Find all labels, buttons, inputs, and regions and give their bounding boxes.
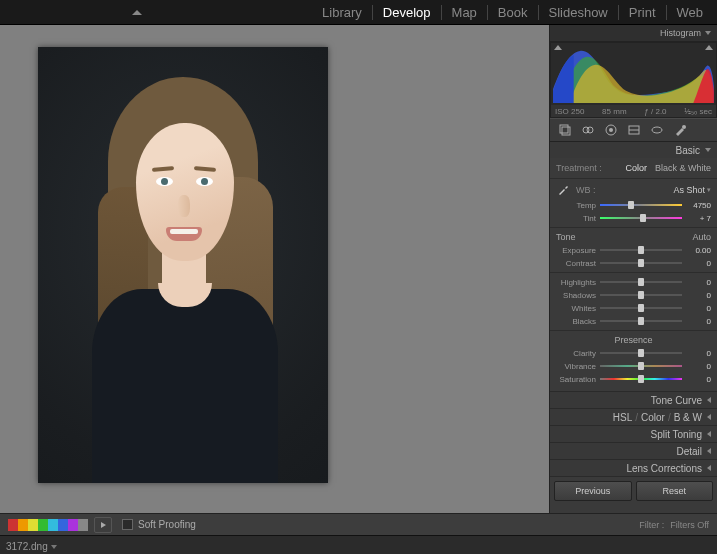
chevron-left-icon	[707, 414, 711, 420]
treatment-row: Treatment : Color Black & White	[556, 161, 711, 175]
crop-tool[interactable]	[556, 122, 574, 138]
saturation-slider[interactable]	[600, 375, 682, 383]
highlights-slider[interactable]	[600, 278, 682, 286]
whites-slider[interactable]	[600, 304, 682, 312]
tonecurve-panel-header[interactable]: Tone Curve	[550, 392, 717, 408]
module-library[interactable]: Library	[312, 5, 373, 20]
photo-preview[interactable]	[38, 47, 328, 483]
chevron-left-icon	[707, 465, 711, 471]
chevron-left-icon	[707, 397, 711, 403]
color-label-swatches[interactable]	[8, 519, 88, 531]
wb-dropper-tool[interactable]	[556, 183, 570, 197]
svg-point-2	[583, 127, 589, 133]
treatment-bw[interactable]: Black & White	[655, 163, 711, 173]
wb-preset-select[interactable]: As Shot▾	[602, 185, 712, 195]
play-button[interactable]	[94, 517, 112, 533]
identity-plate-indicator	[132, 10, 142, 15]
histogram-header[interactable]: Histogram	[550, 25, 717, 42]
softproof-label: Soft Proofing	[138, 519, 196, 530]
module-slideshow[interactable]: Slideshow	[539, 5, 619, 20]
splittoning-panel-header[interactable]: Split Toning	[550, 426, 717, 442]
svg-point-8	[652, 127, 662, 133]
contrast-slider[interactable]	[600, 259, 682, 267]
filmstrip-header: 3172.dng	[0, 535, 717, 554]
basic-panel: Basic Treatment : Color Black & White WB…	[550, 142, 717, 392]
basic-panel-header[interactable]: Basic	[550, 142, 717, 158]
tone-label: Tone	[556, 232, 576, 242]
detail-panel-header[interactable]: Detail	[550, 443, 717, 459]
blacks-slider[interactable]	[600, 317, 682, 325]
clarity-slider[interactable]	[600, 349, 682, 357]
chevron-left-icon	[707, 448, 711, 454]
histogram[interactable]: ISO 250 85 mm ƒ / 2.0 ¹⁄₂₅₀ sec	[550, 42, 717, 118]
temp-slider[interactable]	[600, 201, 682, 209]
svg-rect-0	[560, 125, 568, 133]
exposure-slider[interactable]	[600, 246, 682, 254]
module-book[interactable]: Book	[488, 5, 539, 20]
svg-point-4	[606, 125, 616, 135]
tint-slider[interactable]	[600, 214, 682, 222]
module-develop[interactable]: Develop	[373, 5, 442, 20]
chevron-left-icon	[707, 431, 711, 437]
presence-label: Presence	[614, 335, 652, 345]
radial-filter-tool[interactable]	[648, 122, 666, 138]
svg-rect-1	[562, 127, 570, 135]
module-map[interactable]: Map	[442, 5, 488, 20]
vibrance-slider[interactable]	[600, 362, 682, 370]
module-picker-bar: Library Develop Map Book Slideshow Print…	[0, 0, 717, 25]
graduated-filter-tool[interactable]	[625, 122, 643, 138]
exif-strip: ISO 250 85 mm ƒ / 2.0 ¹⁄₂₅₀ sec	[551, 105, 716, 117]
filename-label: 3172.dng	[6, 541, 48, 552]
lenscorr-panel-header[interactable]: Lens Corrections	[550, 460, 717, 476]
chevron-down-icon	[51, 545, 57, 549]
hsl-panel-header[interactable]: HSL/Color/B & W	[550, 409, 717, 425]
tool-strip	[550, 118, 717, 142]
svg-rect-6	[629, 126, 639, 134]
previous-button[interactable]: Previous	[554, 481, 632, 501]
svg-point-3	[587, 127, 593, 133]
module-web[interactable]: Web	[667, 5, 714, 20]
reset-button[interactable]: Reset	[636, 481, 714, 501]
wb-label: WB :	[576, 185, 596, 195]
right-panel: Histogram ISO 250 85 mm ƒ / 2.0 ¹⁄₂₅₀ se…	[549, 25, 717, 513]
shadows-slider[interactable]	[600, 291, 682, 299]
treatment-color[interactable]: Color	[625, 163, 647, 173]
svg-point-5	[609, 128, 613, 132]
adjustment-brush-tool[interactable]	[671, 122, 689, 138]
toolbar: Soft Proofing Filter : Filters Off	[0, 513, 717, 535]
redeye-tool[interactable]	[602, 122, 620, 138]
main-canvas[interactable]	[0, 25, 549, 513]
auto-tone-button[interactable]: Auto	[692, 232, 711, 242]
chevron-down-icon	[705, 31, 711, 35]
softproof-checkbox[interactable]	[122, 519, 133, 530]
module-print[interactable]: Print	[619, 5, 667, 20]
svg-point-9	[682, 125, 686, 129]
chevron-down-icon	[705, 148, 711, 152]
spot-removal-tool[interactable]	[579, 122, 597, 138]
filter-bar[interactable]: Filter : Filters Off	[639, 520, 709, 530]
